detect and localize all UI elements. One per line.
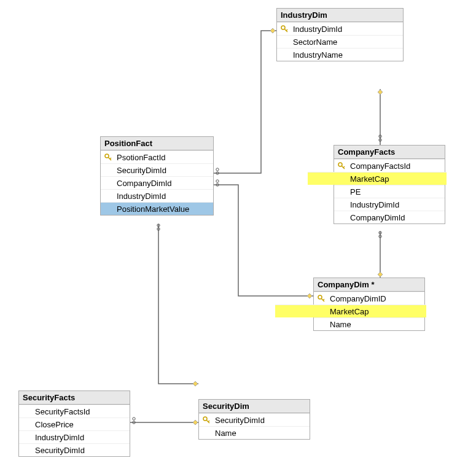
column-name: PositionMarketValue <box>117 204 211 214</box>
column-name: SecurityDimId <box>215 416 307 425</box>
table-row[interactable]: ClosePrice <box>19 418 130 430</box>
column-name: ClosePrice <box>35 420 127 429</box>
table-row[interactable]: IndustryDimId <box>334 198 445 211</box>
column-icon <box>337 212 346 222</box>
column-name: Name <box>215 429 307 438</box>
table-row[interactable]: IndustryDimId <box>101 189 213 202</box>
table-row[interactable]: Name <box>314 317 424 330</box>
table-title: CompanyFacts <box>334 146 445 159</box>
table-industrydim[interactable]: IndustryDim IndustryDimId SectorName Ind… <box>276 8 404 61</box>
column-icon <box>337 187 346 196</box>
column-icon <box>21 432 31 442</box>
column-name: IndustryDimId <box>35 433 127 442</box>
column-icon <box>21 419 31 429</box>
column-name: MarketCap <box>330 307 422 316</box>
primary-key-icon <box>337 161 346 171</box>
column-name: SecurityDimId <box>35 446 127 455</box>
table-securityfacts[interactable]: SecurityFacts SecurityFactsId ClosePrice… <box>18 390 130 457</box>
table-row[interactable]: PsotionFactId <box>101 150 213 163</box>
column-icon <box>316 319 326 329</box>
column-icon <box>337 200 346 209</box>
table-title: IndustryDim <box>277 9 403 22</box>
svg-line-11 <box>343 166 345 168</box>
column-name: CompanyDimId <box>350 213 442 222</box>
primary-key-icon <box>316 293 326 303</box>
column-name: IndustryDimId <box>117 192 211 201</box>
table-row[interactable]: SecurityFactsId <box>19 405 130 418</box>
svg-line-8 <box>110 158 111 159</box>
table-companyfacts[interactable]: CompanyFacts CompanyFactsId MarketCap PE… <box>334 145 445 224</box>
column-name: SecurityDimId <box>117 166 211 175</box>
column-icon <box>21 445 31 455</box>
table-row[interactable]: SecurityDimId <box>101 163 213 176</box>
table-title: PositionFact <box>101 137 213 150</box>
column-name: CompanyDimId <box>117 179 211 188</box>
table-row-highlighted[interactable]: MarketCap <box>308 172 447 185</box>
table-title: SecurityDim <box>199 400 310 413</box>
column-name: IndustryDimId <box>350 200 442 209</box>
column-name: IndustryDimId <box>293 25 400 34</box>
column-icon <box>337 174 346 184</box>
primary-key-icon <box>103 152 113 162</box>
svg-line-14 <box>323 299 324 300</box>
table-positionfact[interactable]: PositionFact PsotionFactId SecurityDimId… <box>100 136 214 216</box>
table-row-highlighted[interactable]: MarketCap <box>275 305 426 317</box>
column-name: CompanyFactsId <box>350 161 442 171</box>
table-row-highlighted[interactable]: PositionMarketValue <box>101 202 213 215</box>
column-icon <box>103 165 113 175</box>
table-row[interactable]: CompanyFactsId <box>334 159 445 172</box>
table-row[interactable]: SecurityDimId <box>199 413 310 426</box>
column-name: CompanyDimID <box>330 294 422 303</box>
column-icon <box>316 306 326 316</box>
column-name: MarketCap <box>350 174 442 184</box>
column-icon <box>201 428 211 438</box>
column-icon <box>103 204 113 214</box>
table-row[interactable]: CompanyDimID <box>314 292 424 305</box>
table-title: CompanyDim * <box>314 278 424 292</box>
column-icon <box>279 50 289 60</box>
table-row[interactable]: PE <box>334 185 445 198</box>
column-name: PsotionFactId <box>117 153 211 162</box>
svg-line-17 <box>208 421 209 422</box>
column-name: PE <box>350 187 442 196</box>
table-title: SecurityFacts <box>19 391 130 405</box>
column-name: Name <box>330 320 422 329</box>
table-row[interactable]: SecurityDimId <box>19 443 130 456</box>
svg-line-5 <box>286 29 287 31</box>
column-icon <box>103 178 113 188</box>
table-row[interactable]: IndustryDimId <box>277 22 403 35</box>
table-securitydim[interactable]: SecurityDim SecurityDimId Name <box>198 399 310 440</box>
primary-key-icon <box>279 24 289 34</box>
table-row[interactable]: IndustryDimId <box>19 430 130 443</box>
table-row[interactable]: CompanyDimId <box>101 176 213 189</box>
table-row[interactable]: Name <box>199 426 310 439</box>
column-icon <box>103 191 113 201</box>
table-row[interactable]: IndustryName <box>277 48 403 61</box>
table-companydim[interactable]: CompanyDim * CompanyDimID MarketCap Name <box>313 278 425 331</box>
primary-key-icon <box>201 415 211 425</box>
table-row[interactable]: CompanyDimId <box>334 211 445 223</box>
column-name: IndustryName <box>293 50 400 60</box>
table-row[interactable]: SectorName <box>277 35 403 48</box>
column-name: SectorName <box>293 37 400 47</box>
column-icon <box>21 406 31 416</box>
column-icon <box>279 37 289 47</box>
column-name: SecurityFactsId <box>35 407 127 416</box>
